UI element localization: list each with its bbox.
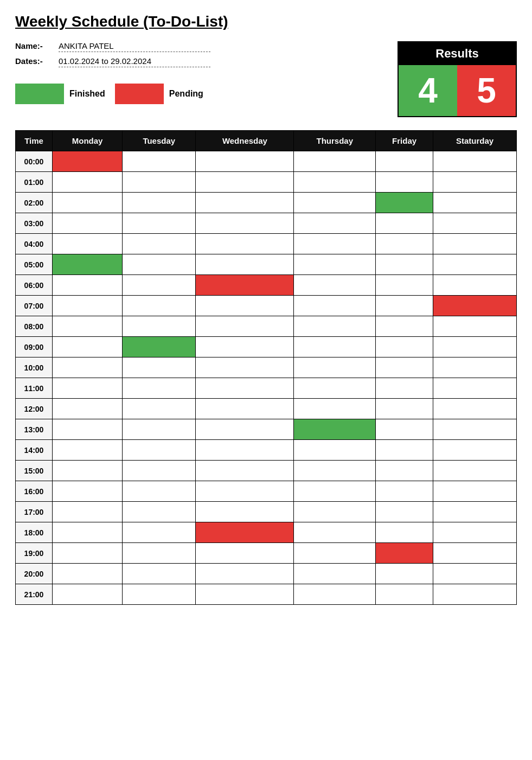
time-cell: 08:00 — [16, 316, 53, 337]
cell-1000-wednesday — [196, 357, 294, 378]
time-cell: 21:00 — [16, 584, 53, 605]
cell-2100-thursday — [294, 584, 375, 605]
table-row: 20:00 — [16, 564, 517, 584]
results-header: Results — [399, 42, 516, 65]
cell-0700-wednesday — [196, 296, 294, 316]
cell-0900-tuesday — [123, 337, 196, 357]
cell-0500-friday — [375, 254, 433, 275]
table-row: 01:00 — [16, 172, 517, 193]
time-cell: 20:00 — [16, 564, 53, 584]
cell-1800-staturday — [433, 522, 517, 543]
cell-1300-wednesday — [196, 419, 294, 440]
table-row: 03:00 — [16, 213, 517, 234]
cell-1000-friday — [375, 357, 433, 378]
header-thursday: Thursday — [294, 131, 375, 151]
cell-2100-monday — [53, 584, 123, 605]
cell-0300-wednesday — [196, 213, 294, 234]
cell-2100-friday — [375, 584, 433, 605]
cell-1500-staturday — [433, 461, 517, 481]
pending-color-box — [115, 84, 164, 104]
cell-1800-thursday — [294, 522, 375, 543]
cell-1700-thursday — [294, 502, 375, 522]
table-row: 21:00 — [16, 584, 517, 605]
time-cell: 16:00 — [16, 481, 53, 502]
cell-0900-thursday — [294, 337, 375, 357]
cell-1700-tuesday — [123, 502, 196, 522]
results-block: Results 4 5 — [398, 41, 517, 117]
cell-1600-wednesday — [196, 481, 294, 502]
cell-0000-staturday — [433, 151, 517, 172]
cell-1300-tuesday — [123, 419, 196, 440]
cell-1900-wednesday — [196, 543, 294, 564]
result-green-value: 4 — [399, 65, 457, 116]
cell-0400-monday — [53, 234, 123, 254]
table-row: 12:00 — [16, 399, 517, 419]
time-cell: 00:00 — [16, 151, 53, 172]
cell-0000-thursday — [294, 151, 375, 172]
cell-2000-monday — [53, 564, 123, 584]
cell-0700-thursday — [294, 296, 375, 316]
table-row: 05:00 — [16, 254, 517, 275]
cell-1000-monday — [53, 357, 123, 378]
legend-pending: Pending — [115, 84, 203, 104]
cell-0800-friday — [375, 316, 433, 337]
cell-1900-tuesday — [123, 543, 196, 564]
top-section: Name:- ANKITA PATEL Dates:- 01.02.2024 t… — [15, 41, 517, 117]
result-red-value: 5 — [457, 65, 516, 116]
cell-0200-staturday — [433, 193, 517, 213]
cell-1100-friday — [375, 378, 433, 399]
time-cell: 02:00 — [16, 193, 53, 213]
time-cell: 03:00 — [16, 213, 53, 234]
cell-1700-monday — [53, 502, 123, 522]
cell-0000-tuesday — [123, 151, 196, 172]
table-row: 00:00 — [16, 151, 517, 172]
cell-2000-thursday — [294, 564, 375, 584]
cell-0400-tuesday — [123, 234, 196, 254]
cell-0100-monday — [53, 172, 123, 193]
legend: Finished Pending — [15, 84, 398, 104]
cell-0600-monday — [53, 275, 123, 296]
dates-value: 01.02.2024 to 29.02.2024 — [59, 56, 210, 67]
table-header-row: TimeMondayTuesdayWednesdayThursdayFriday… — [16, 131, 517, 151]
cell-0900-friday — [375, 337, 433, 357]
table-row: 11:00 — [16, 378, 517, 399]
cell-0700-staturday — [433, 296, 517, 316]
cell-0800-staturday — [433, 316, 517, 337]
cell-1800-friday — [375, 522, 433, 543]
cell-0000-monday — [53, 151, 123, 172]
cell-1200-wednesday — [196, 399, 294, 419]
cell-1000-staturday — [433, 357, 517, 378]
time-cell: 06:00 — [16, 275, 53, 296]
pending-label: Pending — [169, 89, 203, 99]
dates-row: Dates:- 01.02.2024 to 29.02.2024 — [15, 56, 398, 67]
cell-1200-thursday — [294, 399, 375, 419]
table-row: 07:00 — [16, 296, 517, 316]
cell-0200-friday — [375, 193, 433, 213]
legend-finished: Finished — [15, 84, 105, 104]
cell-1100-wednesday — [196, 378, 294, 399]
time-cell: 04:00 — [16, 234, 53, 254]
cell-2000-staturday — [433, 564, 517, 584]
cell-1000-tuesday — [123, 357, 196, 378]
cell-1100-tuesday — [123, 378, 196, 399]
cell-0500-staturday — [433, 254, 517, 275]
cell-1800-monday — [53, 522, 123, 543]
cell-0400-wednesday — [196, 234, 294, 254]
table-row: 08:00 — [16, 316, 517, 337]
name-value: ANKITA PATEL — [59, 41, 210, 52]
table-row: 09:00 — [16, 337, 517, 357]
cell-1700-staturday — [433, 502, 517, 522]
cell-1600-friday — [375, 481, 433, 502]
cell-0600-wednesday — [196, 275, 294, 296]
cell-0100-thursday — [294, 172, 375, 193]
cell-0200-wednesday — [196, 193, 294, 213]
table-row: 17:00 — [16, 502, 517, 522]
cell-0800-wednesday — [196, 316, 294, 337]
header-friday: Friday — [375, 131, 433, 151]
table-row: 06:00 — [16, 275, 517, 296]
cell-0200-monday — [53, 193, 123, 213]
cell-1700-wednesday — [196, 502, 294, 522]
header-time: Time — [16, 131, 53, 151]
time-cell: 10:00 — [16, 357, 53, 378]
cell-1400-friday — [375, 440, 433, 461]
